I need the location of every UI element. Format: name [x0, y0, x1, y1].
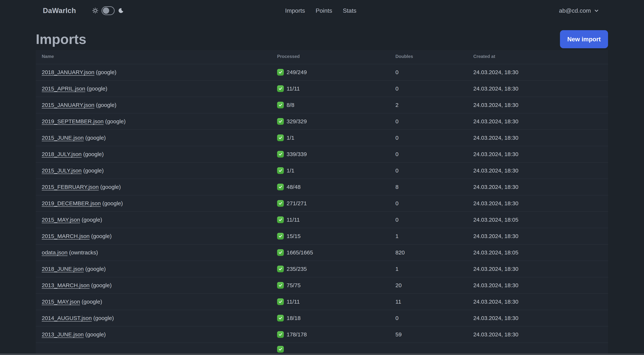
processed-cell: 18/18	[271, 310, 390, 326]
doubles-cell: 0	[390, 162, 467, 179]
column-header-name: Name	[36, 50, 271, 64]
doubles-cell: 0	[390, 64, 467, 80]
name-cell: 2015_APRIL.json (google)	[36, 80, 271, 97]
processed-count: 48/48	[286, 184, 300, 190]
table-row: 2015_JUNE.json (google) 1/1 0 24.03.2024…	[36, 130, 608, 146]
account-email: ab@cd.com	[559, 7, 591, 14]
processed-count: 11/11	[286, 85, 300, 92]
top-bar: DaWarIch Imports Points Stats ab@cd.com	[0, 0, 644, 21]
green-check-icon	[277, 134, 284, 141]
processed-count: 249/249	[286, 69, 307, 75]
table-row: 2013_MARCH.json (google) 75/75 20 24.03.…	[36, 277, 608, 294]
nav-stats[interactable]: Stats	[343, 7, 356, 14]
doubles-cell: 20	[390, 277, 467, 294]
import-file-link[interactable]: 2015_APRIL.json	[42, 85, 85, 92]
table-row: 2015_MARCH.json (google) 15/15 1 24.03.2…	[36, 228, 608, 244]
created-at-cell: 24.03.2024, 18:30	[467, 113, 608, 130]
name-cell: 2018_JUNE.json (google)	[36, 261, 271, 277]
import-source-label: (google)	[85, 331, 106, 338]
processed-cell: 11/11	[271, 80, 390, 97]
theme-toggle-knob	[103, 7, 109, 14]
account-menu[interactable]: ab@cd.com	[559, 7, 599, 14]
horizontal-scrollbar[interactable]	[0, 354, 644, 355]
doubles-cell: 820	[390, 244, 467, 261]
processed-count: 15/15	[286, 233, 300, 239]
import-file-link[interactable]: 2015_FEBRUARY.json	[42, 184, 99, 190]
import-file-link[interactable]: 2015_MAY.json	[42, 217, 80, 223]
import-file-link[interactable]: 2018_JANUARY.json	[42, 69, 94, 75]
doubles-cell: 8	[390, 179, 467, 195]
moon-icon	[118, 8, 124, 13]
import-source-label: (google)	[100, 184, 121, 190]
imports-table-head: Name Processed Doubles Created at	[36, 50, 608, 64]
doubles-cell: 0	[390, 130, 467, 146]
processed-cell: 1/1	[271, 162, 390, 179]
table-row: 2018_JULY.json (google) 339/339 0 24.03.…	[36, 146, 608, 162]
processed-cell: 235/235	[271, 261, 390, 277]
doubles-cell: 1	[390, 261, 467, 277]
table-row: 2015_FEBRUARY.json (google) 48/48 8 24.0…	[36, 179, 608, 195]
import-file-link[interactable]: 2015_MAY.json	[42, 299, 80, 305]
processed-cell: 249/249	[271, 64, 390, 80]
import-source-label: (google)	[96, 69, 116, 75]
name-cell: 2013_MARCH.json (google)	[36, 277, 271, 294]
name-cell: 2019_DECEMBER.json (google)	[36, 195, 271, 212]
name-cell: 2015_MAY.json (google)	[36, 212, 271, 228]
theme-toggle[interactable]	[102, 6, 114, 15]
processed-cell: 1/1	[271, 130, 390, 146]
created-at-cell: 24.03.2024, 18:30	[467, 310, 608, 326]
processed-count: 18/18	[286, 315, 300, 321]
green-check-icon	[277, 216, 284, 223]
doubles-cell: 59	[390, 326, 467, 343]
processed-count: 178/178	[286, 331, 307, 338]
processed-count: 271/271	[286, 200, 307, 207]
chevron-down-icon	[594, 8, 599, 13]
imports-table: Name Processed Doubles Created at 2018_J…	[36, 50, 608, 355]
processed-count: 75/75	[286, 282, 300, 289]
nav-points[interactable]: Points	[316, 7, 332, 14]
import-file-link[interactable]: 2018_JUNE.json	[42, 266, 84, 272]
processed-count: 1/1	[286, 167, 294, 174]
name-cell: 2018_JULY.json (google)	[36, 146, 271, 162]
created-at-cell: 24.03.2024, 18:05	[467, 244, 608, 261]
processed-cell: 48/48	[271, 179, 390, 195]
table-row: 2015_JULY.json (google) 1/1 0 24.03.2024…	[36, 162, 608, 179]
processed-count: 1665/1665	[286, 249, 313, 256]
theme-toggle-group	[92, 6, 124, 15]
doubles-cell	[390, 343, 467, 355]
new-import-button[interactable]: New import	[560, 30, 608, 48]
import-file-link[interactable]: 2019_DECEMBER.json	[42, 200, 101, 206]
processed-cell: 329/329	[271, 113, 390, 130]
doubles-cell: 0	[390, 195, 467, 212]
import-source-label: (google)	[83, 151, 104, 157]
nav-imports[interactable]: Imports	[285, 7, 305, 14]
green-check-icon	[277, 249, 284, 256]
import-file-link[interactable]: 2013_MARCH.json	[42, 282, 90, 288]
app-logo[interactable]: DaWarIch	[43, 7, 76, 15]
processed-cell: 75/75	[271, 277, 390, 294]
import-file-link[interactable]: 2018_JULY.json	[42, 151, 82, 157]
doubles-cell: 0	[390, 212, 467, 228]
processed-count: 11/11	[286, 217, 300, 223]
import-file-link[interactable]: 2015_JUNE.json	[42, 135, 84, 141]
created-at-cell: 24.03.2024, 18:30	[467, 162, 608, 179]
doubles-cell: 0	[390, 310, 467, 326]
import-file-link[interactable]: 2019_SEPTEMBER.json	[42, 118, 104, 124]
processed-cell	[271, 343, 390, 355]
imports-table-wrap: Name Processed Doubles Created at 2018_J…	[36, 50, 608, 355]
table-row: odata.json (owntracks) 1665/1665 820 24.…	[36, 244, 608, 261]
processed-count: 329/329	[286, 118, 307, 125]
import-file-link[interactable]: 2014_AUGUST.json	[42, 315, 92, 321]
processed-count: 8/8	[286, 102, 294, 108]
green-check-icon	[277, 282, 284, 289]
table-row: 2019_DECEMBER.json (google) 271/271 0 24…	[36, 195, 608, 212]
green-check-icon	[277, 331, 284, 338]
import-file-link[interactable]: 2015_JANUARY.json	[42, 102, 94, 108]
import-source-label: (google)	[85, 266, 106, 272]
import-file-link[interactable]: 2015_MARCH.json	[42, 233, 90, 239]
import-file-link[interactable]: odata.json	[42, 249, 68, 256]
import-source-label: (google)	[102, 200, 123, 206]
import-file-link[interactable]: 2013_JUNE.json	[42, 331, 84, 338]
processed-count: 339/339	[286, 151, 307, 157]
import-file-link[interactable]: 2015_JULY.json	[42, 167, 82, 174]
